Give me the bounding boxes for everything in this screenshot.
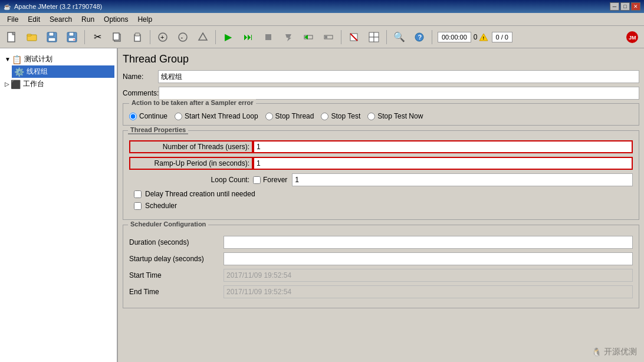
comments-row: Comments: (123, 87, 639, 100)
warning-area: 0 ! (474, 32, 488, 42)
error-action-options: Continue Start Next Thread Loop Stop Thr… (129, 112, 633, 120)
search-button[interactable]: 🔍 (390, 28, 409, 46)
save-as-button[interactable]: * (63, 28, 81, 46)
main-area: ▼ 📋 测试计划 ⚙️ 线程组 ▷ ⬛ 工作台 Thread Group Nam… (0, 48, 644, 362)
menu-options[interactable]: Options (99, 14, 133, 25)
radio-stop-test-input[interactable] (321, 113, 328, 120)
svg-text:?: ? (418, 34, 422, 41)
duration-input[interactable] (224, 236, 633, 249)
thread-group-label: 线程组 (27, 67, 48, 77)
title-bar: ☕ Apache JMeter (3.2 r1790748) ─ □ ✕ (0, 0, 644, 13)
svg-text:-: - (181, 34, 183, 41)
minimize-button[interactable]: ─ (610, 2, 619, 11)
radio-start-next[interactable]: Start Next Thread Loop (175, 112, 258, 120)
remote-start-button[interactable] (299, 28, 318, 46)
startup-delay-input[interactable] (224, 252, 633, 265)
cut-button[interactable]: ✂ (88, 28, 107, 46)
toggle-button[interactable] (193, 28, 212, 46)
scheduler-label: Scheduler (145, 202, 177, 210)
start-no-pause-button[interactable]: ⏭ (239, 28, 258, 46)
content-panel: Thread Group Name: Comments: Action to b… (118, 48, 644, 362)
radio-continue[interactable]: Continue (129, 112, 167, 120)
menu-help[interactable]: Help (133, 14, 157, 25)
radio-start-next-input[interactable] (175, 113, 182, 120)
radio-continue-label: Continue (139, 112, 167, 120)
thread-properties-group: Thread Properties Number of Threads (use… (123, 130, 639, 220)
num-threads-row: Number of Threads (users): (129, 140, 633, 153)
error-action-group: Action to be taken after a Sampler error… (123, 103, 639, 126)
paste-button[interactable] (128, 28, 147, 46)
delay-creation-checkbox[interactable] (134, 190, 142, 198)
comments-label: Comments: (123, 89, 159, 97)
menu-file[interactable]: File (2, 14, 23, 25)
radio-stop-thread[interactable]: Stop Thread (265, 112, 314, 120)
num-threads-input[interactable] (253, 140, 633, 153)
stop-button[interactable]: ⏹ (259, 28, 278, 46)
run-button[interactable]: ▶ (219, 28, 238, 46)
form-title: Thread Group (123, 53, 639, 65)
delay-creation-row: Delay Thread creation until needed (132, 190, 633, 198)
svg-marker-18 (285, 34, 291, 41)
scheduler-checkbox[interactable] (134, 202, 142, 210)
comments-input[interactable] (159, 87, 639, 100)
svg-rect-25 (369, 32, 374, 37)
thread-group-form: Thread Group Name: Comments: Action to b… (123, 53, 639, 308)
loop-count-input[interactable] (292, 173, 633, 186)
forever-label: Forever (263, 176, 287, 184)
copy-button[interactable] (108, 28, 127, 46)
start-time-input[interactable] (224, 269, 633, 282)
thread-group-icon: ⚙️ (14, 67, 24, 77)
logo-button[interactable]: JM (623, 28, 642, 46)
menu-run[interactable]: Run (77, 14, 99, 25)
watermark: 🐧 开源优测 (592, 347, 637, 357)
ramp-up-input[interactable] (253, 157, 633, 170)
radio-stop-test-now-input[interactable] (367, 113, 375, 120)
remote-stop-button[interactable] (319, 28, 338, 46)
help-button[interactable]: ? (410, 28, 429, 46)
remote-clear-button[interactable] (344, 28, 363, 46)
radio-stop-test[interactable]: Stop Test (321, 112, 360, 120)
menu-bar: File Edit Search Run Options Help (0, 13, 644, 26)
warning-count: 0 (474, 33, 478, 41)
test-plan-label: 测试计划 (24, 54, 52, 64)
svg-rect-27 (369, 37, 374, 42)
toolbar-separator-3 (215, 30, 216, 44)
radio-stop-thread-input[interactable] (265, 113, 273, 120)
svg-text:+: + (160, 34, 164, 41)
radio-continue-input[interactable] (129, 113, 137, 120)
watermark-text: 开源优测 (604, 347, 637, 357)
toolbar-separator-6 (432, 30, 432, 44)
tree-panel: ▼ 📋 测试计划 ⚙️ 线程组 ▷ ⬛ 工作台 (0, 48, 118, 362)
svg-text:JM: JM (629, 35, 636, 41)
scheduler-config-group: Scheduler Configuration Duration (second… (123, 225, 639, 308)
name-row: Name: (123, 70, 639, 83)
forever-checkbox[interactable] (253, 176, 261, 184)
tree-item-test-plan[interactable]: ▼ 📋 测试计划 (2, 53, 114, 65)
save-button[interactable] (42, 28, 61, 46)
radio-stop-test-now[interactable]: Stop Test Now (367, 112, 423, 120)
svg-rect-4 (49, 32, 54, 36)
scheduler-row: Scheduler (132, 202, 633, 210)
menu-edit[interactable]: Edit (23, 14, 45, 25)
start-time-row: Start Time (129, 269, 633, 282)
new-button[interactable] (2, 28, 21, 46)
expand-button[interactable]: + (153, 28, 172, 46)
tree-item-thread-group[interactable]: ⚙️ 线程组 (12, 65, 114, 78)
menu-search[interactable]: Search (45, 14, 77, 25)
expand-arrow: ▼ (5, 56, 11, 62)
name-input[interactable] (158, 70, 639, 83)
loop-count-row: Loop Count: Forever (129, 173, 633, 186)
title-text: Apache JMeter (3.2 r1790748) (14, 3, 610, 10)
toolbar-separator-1 (84, 30, 85, 44)
elapsed-time: 00:00:00 (438, 32, 471, 42)
open-button[interactable] (22, 28, 41, 46)
shutdown-button[interactable] (279, 28, 298, 46)
collapse-button[interactable]: - (173, 28, 192, 46)
maximize-button[interactable]: □ (620, 2, 630, 11)
toolbar-separator-2 (150, 30, 150, 44)
end-time-input[interactable] (224, 285, 633, 298)
close-button[interactable]: ✕ (631, 2, 640, 11)
tree-item-workbench[interactable]: ▷ ⬛ 工作台 (2, 78, 114, 90)
clear-all-button[interactable] (364, 28, 383, 46)
num-threads-label: Number of Threads (users): (129, 140, 253, 153)
